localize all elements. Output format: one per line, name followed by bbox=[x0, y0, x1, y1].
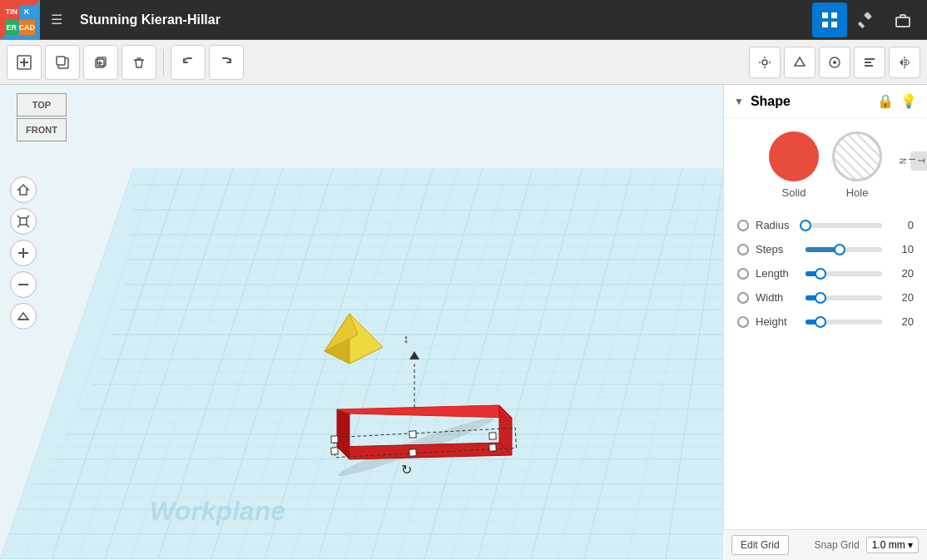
param-row-steps: Steps10 bbox=[737, 243, 914, 255]
grid-view-button[interactable] bbox=[812, 2, 847, 37]
hammer-icon[interactable] bbox=[849, 2, 884, 37]
delete-button[interactable] bbox=[121, 45, 156, 80]
svg-line-113 bbox=[27, 216, 29, 218]
copy-button[interactable] bbox=[45, 45, 80, 80]
fit-view-button[interactable] bbox=[10, 208, 37, 235]
svg-rect-1 bbox=[831, 12, 837, 18]
briefcase-icon[interactable] bbox=[885, 2, 920, 37]
duplicate-button[interactable] bbox=[83, 45, 118, 80]
svg-rect-104 bbox=[409, 431, 416, 438]
svg-marker-107 bbox=[409, 351, 419, 359]
shape-tool[interactable] bbox=[784, 47, 815, 78]
svg-marker-119 bbox=[18, 313, 28, 320]
param-dot-width[interactable] bbox=[737, 292, 749, 304]
svg-marker-110 bbox=[18, 185, 28, 195]
bulb-icon[interactable]: 💡 bbox=[900, 93, 917, 109]
home-view-button[interactable] bbox=[10, 176, 37, 203]
snap-grid-select[interactable]: 1.0 mm ▾ bbox=[866, 537, 919, 553]
view-cube-top[interactable]: TOP bbox=[17, 93, 67, 116]
svg-point-24 bbox=[833, 61, 836, 64]
snap-tool[interactable] bbox=[819, 47, 850, 78]
param-slider-radius[interactable] bbox=[806, 223, 882, 228]
mirror-tool[interactable] bbox=[889, 47, 920, 78]
svg-text:↕: ↕ bbox=[404, 332, 409, 345]
svg-rect-0 bbox=[822, 12, 828, 18]
snap-grid-chevron[interactable]: ▾ bbox=[908, 539, 913, 551]
menu-icon[interactable]: ☰ bbox=[40, 0, 73, 40]
solid-circle[interactable] bbox=[769, 131, 819, 181]
solid-type[interactable]: Solid bbox=[769, 131, 819, 199]
param-slider-width[interactable] bbox=[806, 295, 882, 300]
logo-br: CAD bbox=[19, 20, 36, 35]
param-thumb-steps[interactable] bbox=[834, 244, 845, 255]
param-thumb-width[interactable] bbox=[815, 292, 826, 304]
param-dot-height[interactable] bbox=[737, 316, 749, 328]
svg-marker-22 bbox=[795, 57, 805, 66]
canvas-area[interactable]: Workplane bbox=[0, 85, 723, 560]
snap-grid-value: 1.0 mm bbox=[872, 539, 905, 551]
perspective-button[interactable] bbox=[10, 303, 37, 330]
param-value-length: 20 bbox=[889, 267, 914, 280]
svg-marker-96 bbox=[337, 409, 349, 459]
param-label-width: Width bbox=[756, 291, 806, 304]
align-tool[interactable] bbox=[854, 47, 885, 78]
param-label-steps: Steps bbox=[756, 243, 806, 255]
svg-rect-27 bbox=[865, 65, 873, 67]
param-slider-steps[interactable] bbox=[806, 247, 882, 252]
hole-type[interactable]: Hole bbox=[832, 131, 882, 199]
undo-button[interactable] bbox=[171, 45, 206, 80]
svg-marker-30 bbox=[906, 59, 910, 66]
view-cube-front[interactable]: FRONT bbox=[17, 118, 67, 141]
param-row-width: Width20 bbox=[737, 291, 914, 304]
topbar: TIN K ER CAD ☰ Stunning Kieran-Hillar bbox=[0, 0, 927, 40]
zoom-out-button[interactable] bbox=[10, 271, 37, 298]
solid-label: Solid bbox=[782, 186, 806, 199]
param-dot-length[interactable] bbox=[737, 268, 749, 280]
param-thumb-length[interactable] bbox=[815, 268, 826, 280]
svg-rect-6 bbox=[896, 17, 910, 27]
param-thumb-height[interactable] bbox=[815, 316, 826, 328]
scene-objects: ↻ ↕ bbox=[0, 85, 723, 560]
redo-button[interactable] bbox=[209, 45, 244, 80]
new-shape-button[interactable] bbox=[7, 45, 42, 80]
toolbar-separator bbox=[163, 49, 164, 76]
param-row-radius: Radius0 bbox=[737, 219, 914, 231]
shape-types: Solid Hole bbox=[724, 118, 927, 212]
light-tool[interactable] bbox=[749, 47, 781, 78]
svg-rect-25 bbox=[865, 58, 875, 60]
shape-parameters: Radius0Steps10Length20Width20Height20 bbox=[724, 212, 927, 560]
red-box-object[interactable] bbox=[335, 405, 512, 482]
topbar-right bbox=[812, 2, 927, 37]
collapse-button[interactable]: ▼ bbox=[734, 96, 744, 107]
side-tab-label: TIN bbox=[898, 158, 925, 164]
svg-marker-92 bbox=[349, 314, 383, 364]
svg-rect-2 bbox=[822, 22, 828, 27]
param-label-length: Length bbox=[756, 267, 806, 280]
pyramid-object[interactable] bbox=[325, 314, 383, 364]
tinkercad-logo[interactable]: TIN K ER CAD bbox=[0, 0, 40, 40]
param-slider-height[interactable] bbox=[806, 320, 882, 325]
side-panel-tab[interactable]: TIN bbox=[910, 151, 927, 171]
svg-line-115 bbox=[27, 225, 29, 227]
svg-marker-29 bbox=[900, 59, 903, 66]
param-slider-length[interactable] bbox=[806, 271, 882, 276]
lock-icon[interactable]: 🔒 bbox=[877, 93, 894, 109]
edit-grid-button[interactable]: Edit Grid bbox=[731, 535, 789, 555]
hole-circle[interactable] bbox=[832, 131, 882, 181]
svg-rect-100 bbox=[331, 436, 338, 443]
view-tools bbox=[749, 47, 920, 78]
param-thumb-radius[interactable] bbox=[800, 220, 811, 231]
svg-rect-102 bbox=[331, 448, 338, 454]
svg-rect-11 bbox=[57, 57, 65, 65]
svg-rect-105 bbox=[409, 449, 416, 456]
param-dot-steps[interactable] bbox=[737, 244, 749, 255]
param-value-height: 20 bbox=[889, 315, 914, 328]
param-dot-radius[interactable] bbox=[737, 220, 749, 231]
svg-point-17 bbox=[762, 60, 767, 65]
param-value-steps: 10 bbox=[889, 243, 914, 255]
zoom-in-button[interactable] bbox=[10, 240, 37, 266]
view-cube[interactable]: TOP FRONT bbox=[8, 93, 75, 160]
param-value-width: 20 bbox=[889, 291, 914, 304]
svg-line-114 bbox=[17, 225, 20, 227]
svg-rect-4 bbox=[864, 12, 872, 20]
